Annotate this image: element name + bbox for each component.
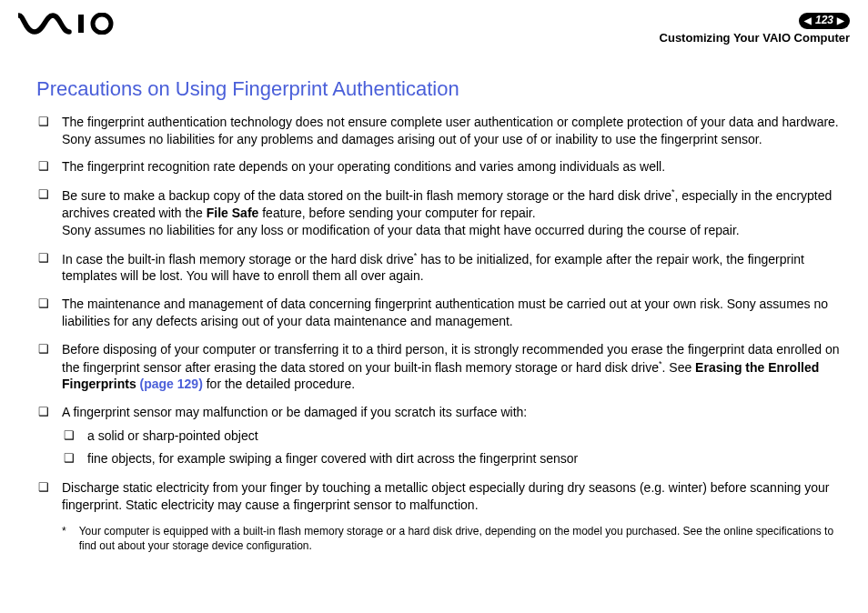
list-item: The fingerprint recognition rate depends…: [36, 158, 850, 176]
page-header: ◀ 123 ▶ Customizing Your VAIO Computer: [0, 0, 868, 46]
page-link-129[interactable]: (page 129): [140, 377, 203, 391]
list-item: The maintenance and management of data c…: [36, 296, 850, 330]
list-item: In case the built-in flash memory storag…: [36, 250, 850, 285]
header-right: ◀ 123 ▶ Customizing Your VAIO Computer: [660, 13, 850, 46]
footnote-text: Your computer is equipped with a built-i…: [79, 525, 850, 553]
page-number: 123: [815, 14, 833, 28]
page-content: Precautions on Using Fingerprint Authent…: [0, 46, 868, 553]
list-item: A fingerprint sensor may malfunction or …: [36, 404, 850, 468]
list-item: a solid or sharp-pointed object: [62, 427, 850, 446]
svg-point-1: [93, 15, 111, 33]
footnote-marker: *: [62, 525, 66, 553]
list-item: The fingerprint authentication technolog…: [36, 114, 850, 148]
prev-page-icon[interactable]: ◀: [804, 16, 812, 25]
svg-rect-0: [78, 15, 84, 33]
vaio-logo: [18, 13, 118, 35]
precautions-list: The fingerprint authentication technolog…: [36, 114, 850, 514]
next-page-icon[interactable]: ▶: [837, 16, 844, 25]
list-item: fine objects, for example swiping a fing…: [62, 449, 850, 468]
breadcrumb: Customizing Your VAIO Computer: [660, 31, 850, 46]
list-item: Discharge static electricity from your f…: [36, 479, 850, 514]
page-navigator[interactable]: ◀ 123 ▶: [799, 13, 850, 29]
sub-list: a solid or sharp-pointed object fine obj…: [62, 427, 850, 468]
page-title: Precautions on Using Fingerprint Authent…: [36, 77, 850, 101]
list-item: Before disposing of your computer or tra…: [36, 341, 850, 393]
footnote: * Your computer is equipped with a built…: [36, 525, 850, 553]
list-item: Be sure to make a backup copy of the dat…: [36, 186, 850, 238]
